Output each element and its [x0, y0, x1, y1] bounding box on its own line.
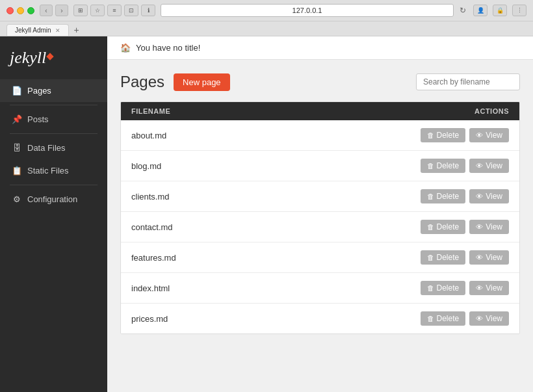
sidebar-item-pages[interactable]: 📄 Pages — [0, 79, 107, 102]
delete-button[interactable]: 🗑 Delete — [421, 281, 466, 295]
more-icon[interactable]: ⋮ — [512, 5, 526, 16]
static-files-icon: 📋 — [12, 166, 22, 176]
sidebar-item-static-files-label: Static Files — [27, 166, 69, 176]
eye-icon: 👁 — [476, 254, 483, 261]
delete-label: Delete — [437, 283, 460, 293]
row-actions: 🗑 Delete 👁 View — [421, 159, 509, 173]
maximize-window-button[interactable] — [27, 7, 34, 14]
sidebar-item-static-files[interactable]: 📋 Static Files — [0, 159, 107, 182]
sidebar-logo: jekyll — [0, 43, 107, 79]
sidebar-item-posts[interactable]: 📌 Posts — [0, 108, 107, 131]
layers-icon[interactable]: ≡ — [107, 5, 122, 16]
sidebar-item-data-files[interactable]: 🗄 Data Files — [0, 137, 107, 159]
browser-titlebar: ‹ › ⊞ ☆ ≡ ⊡ ℹ 127.0.0.1 ↻ 👤 🔒 ⋮ — [0, 0, 533, 21]
delete-label: Delete — [437, 161, 460, 170]
row-actions: 🗑 Delete 👁 View — [421, 220, 509, 234]
address-text: 127.0.0.1 — [292, 7, 322, 14]
forward-button[interactable]: › — [55, 5, 68, 16]
browser-chrome: ‹ › ⊞ ☆ ≡ ⊡ ℹ 127.0.0.1 ↻ 👤 🔒 ⋮ Jekyll A… — [0, 0, 533, 36]
sidebar-divider-3 — [10, 185, 98, 185]
delete-button[interactable]: 🗑 Delete — [421, 250, 466, 265]
view-label: View — [486, 131, 502, 140]
row-actions: 🗑 Delete 👁 View — [421, 311, 509, 326]
new-page-button[interactable]: New page — [174, 73, 230, 91]
delete-button[interactable]: 🗑 Delete — [421, 159, 466, 173]
logo-diamond — [47, 53, 54, 60]
content-area: Pages New page FILENAME ACTIONS about.md… — [107, 60, 533, 392]
sidebar-item-configuration[interactable]: ⚙ Configuration — [0, 188, 107, 211]
minimize-window-button[interactable] — [17, 7, 24, 14]
table-header: FILENAME ACTIONS — [121, 102, 519, 120]
page-title: Pages — [120, 73, 164, 91]
page-header: Pages New page — [120, 73, 520, 91]
delete-label: Delete — [437, 314, 460, 323]
delete-button[interactable]: 🗑 Delete — [421, 189, 466, 203]
traffic-lights — [6, 7, 34, 14]
table-row: blog.md 🗑 Delete 👁 View — [121, 151, 519, 181]
view-button[interactable]: 👁 View — [469, 189, 509, 203]
share-icon[interactable]: ⊞ — [73, 5, 88, 16]
view-button[interactable]: 👁 View — [469, 311, 509, 326]
page-header-left: Pages New page — [120, 73, 230, 91]
row-actions: 🗑 Delete 👁 View — [421, 128, 509, 142]
sidebar-item-posts-label: Posts — [27, 114, 49, 124]
view-button[interactable]: 👁 View — [469, 220, 509, 234]
back-button[interactable]: ‹ — [40, 5, 53, 16]
breadcrumb-text: You have no title! — [136, 43, 200, 53]
table-row: prices.md 🗑 Delete 👁 View — [121, 304, 519, 333]
table-row: contact.md 🗑 Delete 👁 View — [121, 212, 519, 242]
filename-cell: prices.md — [131, 314, 168, 324]
bookmark-icon[interactable]: ☆ — [90, 5, 105, 16]
view-label: View — [486, 192, 502, 201]
row-actions: 🗑 Delete 👁 View — [421, 250, 509, 265]
info-icon[interactable]: ℹ — [141, 5, 155, 16]
delete-button[interactable]: 🗑 Delete — [421, 128, 466, 142]
trash-icon: 🗑 — [427, 162, 434, 170]
logo-text: jekyll — [10, 49, 46, 66]
eye-icon: 👁 — [476, 162, 483, 170]
profile-icon[interactable]: 👤 — [473, 5, 488, 16]
tab-close-button[interactable]: ✕ — [55, 27, 60, 34]
trash-icon: 🗑 — [427, 284, 434, 292]
refresh-button[interactable]: ↻ — [458, 5, 468, 16]
address-bar[interactable]: 127.0.0.1 — [161, 4, 454, 17]
home-icon: 🏠 — [120, 43, 131, 53]
breadcrumb: 🏠 You have no title! — [107, 36, 533, 60]
trash-icon: 🗑 — [427, 192, 434, 200]
active-tab[interactable]: Jekyll Admin ✕ — [6, 24, 69, 36]
view-button[interactable]: 👁 View — [469, 281, 509, 295]
view-label: View — [486, 314, 502, 323]
eye-icon: 👁 — [476, 315, 483, 322]
sidebar: jekyll 📄 Pages 📌 Posts 🗄 Data Files 📋 St… — [0, 36, 107, 392]
delete-label: Delete — [437, 192, 460, 201]
delete-button[interactable]: 🗑 Delete — [421, 220, 466, 234]
view-label: View — [486, 161, 502, 170]
row-actions: 🗑 Delete 👁 View — [421, 281, 509, 295]
view-button[interactable]: 👁 View — [469, 250, 509, 265]
view-button[interactable]: 👁 View — [469, 159, 509, 173]
row-actions: 🗑 Delete 👁 View — [421, 189, 509, 203]
filename-cell: clients.md — [131, 192, 170, 202]
screenshot-icon[interactable]: ⊡ — [124, 5, 138, 16]
table-row: features.md 🗑 Delete 👁 View — [121, 242, 519, 273]
trash-icon: 🗑 — [427, 315, 434, 322]
posts-icon: 📌 — [12, 114, 22, 124]
address-bar-row: 127.0.0.1 ↻ — [161, 4, 468, 17]
table-row: about.md 🗑 Delete 👁 View — [121, 120, 519, 151]
search-input[interactable] — [416, 73, 520, 90]
delete-button[interactable]: 🗑 Delete — [421, 311, 466, 326]
filename-cell: blog.md — [131, 161, 161, 171]
lock-icon[interactable]: 🔒 — [493, 5, 507, 16]
app-window: jekyll 📄 Pages 📌 Posts 🗄 Data Files 📋 St… — [0, 36, 533, 392]
view-label: View — [486, 222, 502, 231]
view-button[interactable]: 👁 View — [469, 128, 509, 142]
browser-tabs-row: Jekyll Admin ✕ + — [0, 21, 533, 36]
col-actions-header: ACTIONS — [474, 107, 509, 115]
data-files-icon: 🗄 — [12, 143, 22, 153]
browser-toolbar-icons: ⊞ ☆ ≡ ⊡ ℹ — [73, 5, 155, 16]
close-window-button[interactable] — [6, 7, 14, 14]
configuration-icon: ⚙ — [12, 194, 22, 204]
delete-label: Delete — [437, 253, 460, 262]
new-tab-button[interactable]: + — [72, 25, 82, 35]
sidebar-item-pages-label: Pages — [27, 86, 51, 96]
